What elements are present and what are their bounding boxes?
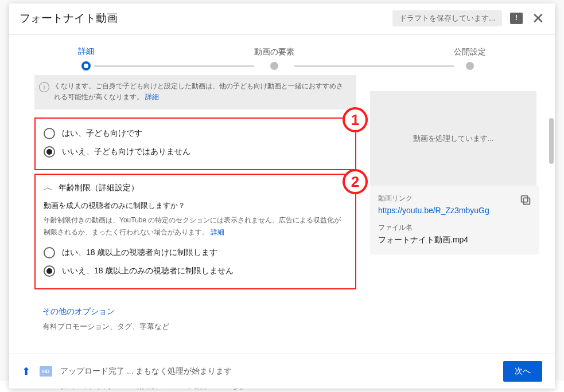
video-link[interactable]: https://youtu.be/R_Zz3mbyuGg: [378, 206, 531, 215]
radio-kids-yes[interactable]: はい、子ども向けです: [44, 124, 347, 143]
step-line: [94, 65, 254, 67]
radio-icon: [44, 247, 55, 258]
left-column: i くなります。ご自身で子ども向けと設定した動画は、他の子ども向け動画と一緒にお…: [34, 75, 367, 354]
close-icon[interactable]: ✕: [532, 11, 544, 26]
dialog-header: フォートナイト動画 ドラフトを保存しています... ✕: [9, 3, 555, 35]
draft-status-chip: ドラフトを保存しています...: [392, 10, 502, 26]
upload-icon: ⬆: [22, 365, 30, 378]
copy-icon[interactable]: [519, 194, 532, 206]
file-name-label: ファイル名: [378, 223, 531, 233]
file-name: フォートナイト動画.mp4: [378, 235, 531, 245]
dialog-title: フォートナイト動画: [20, 11, 392, 26]
feedback-icon[interactable]: [510, 13, 523, 24]
stepper: 詳細 動画の要素 公開設定: [9, 35, 555, 75]
info-banner: i くなります。ご自身で子ども向けと設定した動画は、他の子ども向け動画と一緒にお…: [34, 75, 356, 109]
info-learn-more-link[interactable]: 詳細: [145, 93, 159, 101]
info-icon: i: [39, 82, 49, 92]
scrollbar[interactable]: [549, 118, 554, 164]
step-details[interactable]: 詳細: [78, 46, 94, 70]
upload-dialog: フォートナイト動画 ドラフトを保存しています... ✕ 詳細 動画の要素 公開設…: [9, 3, 555, 389]
radio-icon-selected: [44, 265, 55, 277]
step-elements[interactable]: 動画の要素: [254, 47, 294, 70]
radio-age-yes[interactable]: はい、18 歳以上の視聴者向けに制限します: [44, 244, 347, 262]
other-options: その他のオプション 有料プロモーション、タグ、字幕など: [34, 293, 356, 332]
other-options-desc: 有料プロモーション、タグ、字幕など: [42, 322, 356, 332]
step-dot: [270, 62, 278, 70]
annotation-badge-1: 1: [343, 107, 368, 132]
age-collapse-toggle[interactable]: ︿ 年齢制限（詳細設定）: [44, 181, 347, 198]
step-line: [294, 65, 454, 67]
upload-status: アップロード完了 ... まもなく処理が始まります: [60, 366, 503, 377]
svg-rect-0: [523, 198, 530, 204]
radio-icon: [44, 128, 55, 139]
right-column: 動画を処理しています... 動画リンク https://youtu.be/R_Z…: [367, 75, 539, 354]
content-area: i くなります。ご自身で子ども向けと設定した動画は、他の子ども向け動画と一緒にお…: [9, 75, 555, 354]
annotation-badge-2: 2: [343, 169, 368, 194]
step-dot-active: [81, 61, 91, 70]
step-visibility[interactable]: 公開設定: [454, 47, 486, 70]
svg-rect-1: [522, 196, 528, 202]
radio-kids-no[interactable]: いいえ、子ども向けではありません: [44, 143, 347, 161]
hd-icon: HD: [40, 366, 52, 377]
age-learn-more-link[interactable]: 詳細: [211, 228, 224, 236]
video-link-label: 動画リンク: [378, 194, 531, 203]
step-dot: [466, 62, 474, 70]
dialog-footer: ⬆ HD アップロード完了 ... まもなく処理が始まります 次へ: [9, 354, 555, 389]
video-meta-panel: 動画リンク https://youtu.be/R_Zz3mbyuGg ファイル名…: [370, 186, 539, 254]
age-description: 年齢制限付きの動画は、YouTube の特定のセクションには表示されません。広告…: [44, 214, 347, 238]
next-button[interactable]: 次へ: [503, 361, 542, 382]
chevron-up-icon: ︿: [44, 182, 53, 194]
radio-age-no[interactable]: いいえ、18 歳以上のみの視聴者に制限しません: [44, 262, 347, 280]
radio-icon-selected: [44, 146, 55, 158]
age-question: 動画を成人の視聴者のみに制限しますか？: [44, 201, 347, 211]
video-thumbnail-placeholder: 動画を処理しています...: [370, 91, 536, 186]
audience-section: 1 はい、子ども向けです いいえ、子ども向けではありません: [34, 117, 356, 170]
other-options-link[interactable]: その他のオプション: [42, 307, 356, 317]
age-restriction-section: 2 ︿ 年齢制限（詳細設定） 動画を成人の視聴者のみに制限しますか？ 年齢制限付…: [34, 174, 356, 289]
